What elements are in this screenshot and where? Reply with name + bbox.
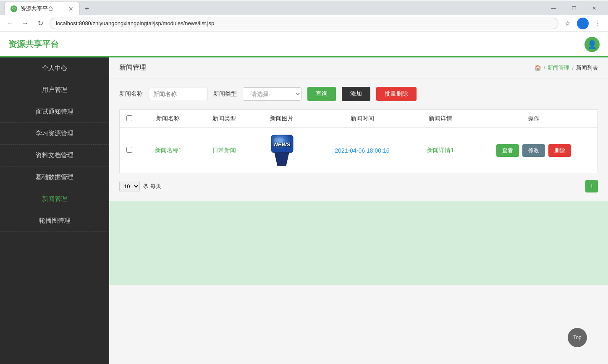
news-name-input[interactable] bbox=[149, 88, 207, 100]
row-news-type: 日常新闻 bbox=[197, 128, 251, 173]
pagination-bar: 10 20 50 条 每页 1 bbox=[119, 180, 598, 192]
back-button[interactable]: ← bbox=[4, 18, 16, 29]
top-button[interactable]: Top bbox=[568, 328, 587, 347]
view-button[interactable]: 查看 bbox=[496, 144, 519, 157]
filter-bar: 新闻名称 新闻类型 -请选择- 查询 添加 批量删除 bbox=[119, 87, 598, 101]
add-button[interactable]: 添加 bbox=[342, 87, 370, 101]
app-header: 资源共享平台 👤 bbox=[0, 32, 608, 57]
maximize-button[interactable]: ❐ bbox=[564, 2, 584, 15]
delete-button[interactable]: 删除 bbox=[548, 144, 571, 157]
news-type-select[interactable]: -请选择- bbox=[243, 87, 301, 101]
row-news-image: NEWS bbox=[251, 128, 313, 173]
select-all-checkbox[interactable] bbox=[126, 115, 132, 121]
browser-titlebar: 🛡 资源共享平台 ✕ + — ❐ ✕ bbox=[0, 0, 608, 15]
window-controls: — ❐ ✕ bbox=[544, 2, 604, 15]
query-button[interactable]: 查询 bbox=[307, 87, 336, 101]
tab-favicon: 🛡 bbox=[10, 5, 17, 12]
sidebar-item-user-management[interactable]: 用户管理 bbox=[0, 79, 109, 101]
address-bar-right: ☆ 👤 ⋮ bbox=[562, 18, 604, 29]
row-actions: 查看 修改 删除 bbox=[470, 128, 598, 173]
refresh-button[interactable]: ↻ bbox=[34, 18, 46, 29]
user-avatar[interactable]: 👤 bbox=[584, 37, 600, 52]
col-news-time: 新闻时间 bbox=[313, 110, 411, 128]
news-image-svg: NEWS bbox=[267, 133, 296, 166]
app-container: 资源共享平台 👤 个人中心 用户管理 面试通知管理 学习资源管理 资料文档管理 … bbox=[0, 32, 608, 364]
sidebar-item-learning-management[interactable]: 学习资源管理 bbox=[0, 123, 109, 145]
close-button[interactable]: ✕ bbox=[584, 2, 604, 15]
page-header: 新闻管理 🏠 / 新闻管理 / 新闻列表 bbox=[109, 57, 608, 78]
page-title: 新闻管理 bbox=[119, 63, 146, 72]
app-body: 个人中心 用户管理 面试通知管理 学习资源管理 资料文档管理 基础数据管理 新闻… bbox=[0, 57, 608, 364]
page-number-1[interactable]: 1 bbox=[585, 180, 598, 192]
minimize-button[interactable]: — bbox=[544, 2, 563, 15]
forward-button[interactable]: → bbox=[19, 18, 31, 29]
batch-delete-button[interactable]: 批量删除 bbox=[376, 87, 417, 101]
bottom-area bbox=[109, 201, 608, 285]
table-header: 新闻名称 新闻类型 新闻图片 新闻时间 新闻详情 操作 bbox=[120, 110, 598, 128]
main-content: 新闻管理 🏠 / 新闻管理 / 新闻列表 新闻名称 新闻类型 -请选择- bbox=[109, 57, 608, 364]
new-tab-button[interactable]: + bbox=[81, 3, 93, 15]
breadcrumb-parent[interactable]: 新闻管理 bbox=[548, 64, 569, 72]
breadcrumb: 🏠 / 新闻管理 / 新闻列表 bbox=[535, 64, 598, 72]
sidebar: 个人中心 用户管理 面试通知管理 学习资源管理 资料文档管理 基础数据管理 新闻… bbox=[0, 57, 109, 364]
col-actions: 操作 bbox=[470, 110, 598, 128]
col-news-image: 新闻图片 bbox=[251, 110, 313, 128]
tab-close-button[interactable]: ✕ bbox=[68, 5, 73, 12]
url-input[interactable] bbox=[50, 18, 558, 29]
col-news-type: 新闻类型 bbox=[197, 110, 251, 128]
breadcrumb-separator-2: / bbox=[572, 65, 574, 71]
tab-label: 资源共享平台 bbox=[21, 5, 53, 13]
app-title: 资源共享平台 bbox=[8, 39, 59, 50]
row-news-detail: 新闻详情1 bbox=[411, 128, 470, 173]
browser-chrome: 🛡 资源共享平台 ✕ + — ❐ ✕ ← → ↻ ☆ 👤 ⋮ bbox=[0, 0, 608, 32]
row-checkbox-cell bbox=[120, 128, 139, 173]
col-news-name: 新闻名称 bbox=[139, 110, 197, 128]
bookmark-icon[interactable]: ☆ bbox=[562, 18, 574, 29]
row-checkbox[interactable] bbox=[126, 147, 132, 153]
breadcrumb-home-icon[interactable]: 🏠 bbox=[535, 65, 541, 71]
row-news-time: 2021-04-06 18:00:16 bbox=[313, 128, 411, 173]
news-table: 新闻名称 新闻类型 新闻图片 新闻时间 新闻详情 操作 bbox=[119, 109, 598, 173]
news-name-filter-label: 新闻名称 bbox=[119, 90, 143, 98]
table-header-checkbox bbox=[120, 110, 139, 128]
sidebar-item-document-management[interactable]: 资料文档管理 bbox=[0, 145, 109, 166]
sidebar-item-personal-center[interactable]: 个人中心 bbox=[0, 57, 109, 79]
profile-icon[interactable]: 👤 bbox=[577, 18, 589, 29]
browser-menu-icon[interactable]: ⋮ bbox=[592, 18, 604, 29]
sidebar-item-news-management[interactable]: 新闻管理 bbox=[0, 188, 109, 210]
per-page-select[interactable]: 10 20 50 bbox=[119, 181, 140, 192]
table-row: 新闻名称1 日常新闻 bbox=[120, 128, 598, 173]
row-news-name: 新闻名称1 bbox=[139, 128, 197, 173]
sidebar-item-basic-data-management[interactable]: 基础数据管理 bbox=[0, 166, 109, 188]
edit-button[interactable]: 修改 bbox=[522, 144, 545, 157]
address-bar: ← → ↻ ☆ 👤 ⋮ bbox=[0, 15, 608, 32]
active-tab[interactable]: 🛡 资源共享平台 ✕ bbox=[4, 2, 80, 15]
breadcrumb-separator-1: / bbox=[544, 65, 545, 71]
per-page-label: 条 每页 bbox=[143, 182, 161, 190]
col-news-detail: 新闻详情 bbox=[411, 110, 470, 128]
sidebar-item-carousel-management[interactable]: 轮播图管理 bbox=[0, 210, 109, 232]
breadcrumb-current: 新闻列表 bbox=[576, 64, 598, 72]
table-body: 新闻名称1 日常新闻 bbox=[120, 128, 598, 173]
table-header-row: 新闻名称 新闻类型 新闻图片 新闻时间 新闻详情 操作 bbox=[120, 110, 598, 128]
svg-marker-2 bbox=[275, 153, 289, 166]
svg-point-3 bbox=[274, 138, 284, 143]
content-area: 新闻名称 新闻类型 -请选择- 查询 添加 批量删除 bbox=[109, 78, 608, 201]
sidebar-item-interview-management[interactable]: 面试通知管理 bbox=[0, 101, 109, 123]
news-type-filter-label: 新闻类型 bbox=[213, 90, 237, 98]
